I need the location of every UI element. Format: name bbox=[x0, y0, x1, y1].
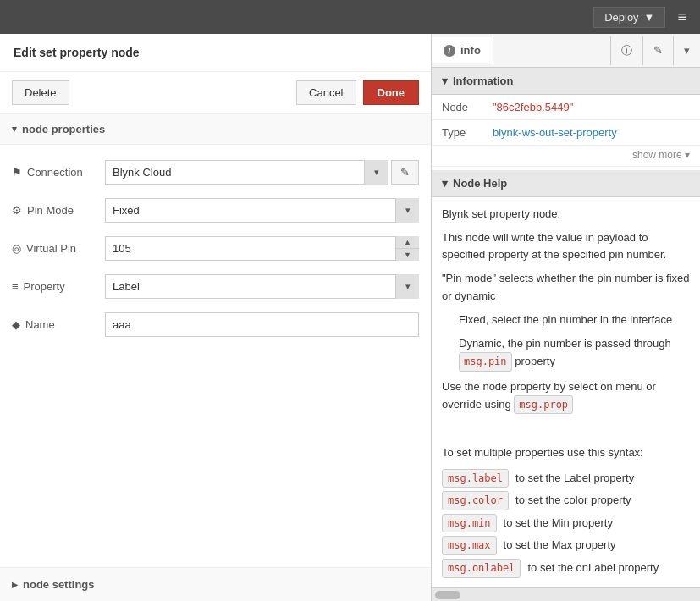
pin-mode-select[interactable]: Fixed Dynamic bbox=[105, 198, 419, 223]
node-properties-label: node properties bbox=[22, 123, 105, 135]
help-p7 bbox=[442, 421, 690, 438]
info-node-value: "86c2febb.5449" bbox=[482, 95, 700, 120]
info-type-row: Type blynk-ws-out-set-property bbox=[432, 120, 700, 146]
help-p4: Fixed, select the pin number in the inte… bbox=[459, 312, 690, 328]
name-icon: ◆ bbox=[12, 318, 20, 331]
info-node-key: Node bbox=[432, 95, 482, 120]
connection-control: Blynk Cloud ▾ ✎ bbox=[105, 160, 419, 185]
connection-edit-button[interactable]: ✎ bbox=[391, 160, 419, 185]
msg-label-code: msg.label bbox=[442, 469, 509, 488]
information-table: Node "86c2febb.5449" Type blynk-ws-out-s… bbox=[432, 95, 700, 146]
cancel-button[interactable]: Cancel bbox=[296, 80, 356, 105]
msg-min-code: msg.min bbox=[442, 514, 497, 533]
connection-icon: ⚑ bbox=[12, 166, 22, 179]
virtual-pin-label-text: Virtual Pin bbox=[26, 242, 76, 255]
node-help-section-header[interactable]: ▾ Node Help bbox=[432, 170, 700, 197]
help-p5: Dynamic, the pin number is passed throug… bbox=[459, 335, 690, 372]
info-type-key: Type bbox=[432, 120, 482, 146]
node-help-label: Node Help bbox=[453, 177, 507, 190]
connection-row: ⚑ Connection Blynk Cloud ▾ ✎ bbox=[0, 153, 431, 191]
right-panel: i info ⓘ ✎ ▾ ▾ Information Node "86c2feb… bbox=[432, 34, 700, 601]
msg-onlabel-code: msg.onlabel bbox=[442, 559, 521, 578]
tab-info-icon-button[interactable]: ⓘ bbox=[610, 36, 642, 65]
msg-color-row: msg.color to set the color property bbox=[442, 491, 690, 510]
connection-select[interactable]: Blynk Cloud bbox=[105, 160, 388, 185]
pin-mode-row: ⚙ Pin Mode Fixed Dynamic ▾ bbox=[0, 191, 431, 229]
help-p3: "Pin mode" selects whether the pin numbe… bbox=[442, 270, 690, 304]
msg-onlabel-row: msg.onlabel to set the onLabel property bbox=[442, 559, 690, 578]
name-row: ◆ Name bbox=[0, 306, 431, 344]
msg-prop-code: msg.prop bbox=[514, 395, 573, 415]
tab-info[interactable]: i info bbox=[432, 37, 493, 63]
bottom-scrollbar[interactable] bbox=[432, 587, 700, 601]
virtual-pin-label: ◎ Virtual Pin bbox=[12, 242, 105, 255]
done-button[interactable]: Done bbox=[363, 80, 420, 105]
tab-edit-icon-button[interactable]: ✎ bbox=[642, 36, 673, 65]
information-chevron-icon: ▾ bbox=[442, 74, 448, 87]
property-icon: ≡ bbox=[12, 280, 19, 293]
name-label-text: Name bbox=[25, 318, 55, 331]
msg-max-code: msg.max bbox=[442, 536, 497, 555]
pin-mode-icon: ⚙ bbox=[12, 204, 22, 217]
left-panel: Edit set property node Delete Cancel Don… bbox=[0, 34, 432, 601]
spinner-buttons: ▲ ▼ bbox=[395, 236, 419, 261]
tab-info-label: info bbox=[460, 44, 481, 57]
pin-mode-label-text: Pin Mode bbox=[27, 204, 74, 217]
deploy-label: Deploy bbox=[604, 11, 638, 24]
deploy-arrow-icon: ▼ bbox=[644, 11, 655, 24]
button-row: Delete Cancel Done bbox=[0, 72, 431, 114]
help-p2: This node will write the value in payloa… bbox=[442, 229, 690, 263]
delete-button[interactable]: Delete bbox=[12, 80, 69, 105]
property-label: ≡ Property bbox=[12, 280, 105, 293]
pin-mode-label: ⚙ Pin Mode bbox=[12, 204, 105, 217]
msg-label-row: msg.label to set the Label property bbox=[442, 469, 690, 488]
virtual-pin-input[interactable] bbox=[105, 236, 419, 261]
name-label: ◆ Name bbox=[12, 318, 105, 331]
connection-select-wrap: Blynk Cloud ▾ bbox=[105, 160, 388, 185]
msg-list: msg.label to set the Label property msg.… bbox=[442, 469, 690, 578]
node-settings-section-header[interactable]: ▸ node settings bbox=[0, 567, 431, 601]
virtual-pin-icon: ◎ bbox=[12, 242, 21, 255]
tab-dropdown-icon-button[interactable]: ▾ bbox=[673, 36, 700, 65]
spinner-up-button[interactable]: ▲ bbox=[396, 236, 419, 249]
node-settings-label: node settings bbox=[23, 578, 95, 591]
connection-label-text: Connection bbox=[27, 166, 83, 179]
msg-min-row: msg.min to set the Min property bbox=[442, 514, 690, 533]
info-type-value: blynk-ws-out-set-property bbox=[482, 120, 700, 146]
info-node-row: Node "86c2febb.5449" bbox=[432, 95, 700, 120]
information-section-header[interactable]: ▾ Information bbox=[432, 68, 700, 95]
name-input[interactable] bbox=[105, 312, 419, 337]
virtual-pin-spinner-wrap: ▲ ▼ bbox=[105, 236, 419, 261]
menu-icon[interactable]: ≡ bbox=[672, 5, 692, 30]
node-properties-section-header[interactable]: ▾ node properties bbox=[0, 114, 431, 145]
msg-color-code: msg.color bbox=[442, 491, 509, 510]
help-p6: Use the node property by select on menu … bbox=[442, 378, 690, 415]
deploy-button[interactable]: Deploy ▼ bbox=[593, 7, 665, 28]
property-control: Label Color Min Max ▾ bbox=[105, 274, 419, 299]
tab-bar: i info ⓘ ✎ ▾ bbox=[432, 34, 700, 68]
show-more-button[interactable]: show more ▾ bbox=[432, 146, 700, 167]
msg-pin-code: msg.pin bbox=[459, 352, 512, 372]
form-area: ⚑ Connection Blynk Cloud ▾ ✎ ⚙ bbox=[0, 145, 431, 567]
help-p1: Blynk set property node. bbox=[442, 206, 690, 223]
chevron-right-icon: ▸ bbox=[12, 578, 18, 591]
connection-label: ⚑ Connection bbox=[12, 166, 105, 179]
node-help-chevron-icon: ▾ bbox=[442, 177, 448, 190]
node-help-content: Blynk set property node. This node will … bbox=[432, 197, 700, 587]
information-label: Information bbox=[453, 74, 514, 87]
virtual-pin-control: ▲ ▼ bbox=[105, 236, 419, 261]
property-select[interactable]: Label Color Min Max bbox=[105, 274, 419, 299]
property-label-text: Property bbox=[24, 280, 65, 293]
property-select-wrap: Label Color Min Max ▾ bbox=[105, 274, 419, 299]
name-control bbox=[105, 312, 419, 337]
panel-title: Edit set property node bbox=[0, 34, 431, 72]
pin-mode-select-wrap: Fixed Dynamic ▾ bbox=[105, 198, 419, 223]
spinner-down-button[interactable]: ▼ bbox=[396, 249, 419, 261]
property-row: ≡ Property Label Color Min Max ▾ bbox=[0, 267, 431, 306]
virtual-pin-row: ◎ Virtual Pin ▲ ▼ bbox=[0, 229, 431, 267]
tab-icons: ⓘ ✎ ▾ bbox=[610, 36, 700, 65]
pin-mode-control: Fixed Dynamic ▾ bbox=[105, 198, 419, 223]
right-content[interactable]: ▾ Information Node "86c2febb.5449" Type … bbox=[432, 68, 700, 587]
msg-max-row: msg.max to set the Max property bbox=[442, 536, 690, 555]
main-layout: Edit set property node Delete Cancel Don… bbox=[0, 34, 700, 601]
